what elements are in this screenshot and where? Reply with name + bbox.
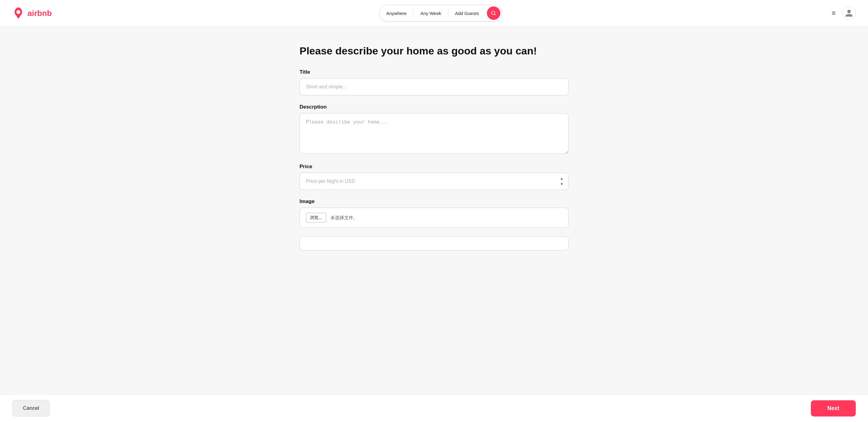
user-avatar-icon (845, 9, 853, 18)
title-group: Title (300, 69, 568, 95)
price-decrement-button[interactable]: ▼ (559, 182, 565, 186)
price-label: Price (300, 163, 568, 170)
cancel-button[interactable]: Cancel (12, 400, 50, 417)
main-content: Please describe your home as good as you… (287, 27, 581, 287)
logo-text: airbnb (28, 8, 52, 18)
description-label: Descrption (300, 104, 568, 110)
next-button[interactable]: Next (811, 400, 856, 417)
menu-button[interactable]: ≡ (829, 7, 838, 20)
description-group: Descrption (300, 104, 568, 155)
price-input-wrapper: ▲ ▼ (300, 173, 568, 190)
avatar-button[interactable] (842, 6, 856, 20)
page-heading: Please describe your home as good as you… (300, 45, 568, 57)
image-label: Image (300, 199, 568, 205)
file-name-text: 未选择文件。 (331, 215, 358, 221)
price-spinner: ▲ ▼ (559, 176, 565, 186)
search-submit-button[interactable] (487, 6, 500, 20)
header-right: ≡ (829, 6, 856, 20)
description-input[interactable] (300, 113, 568, 154)
search-add-guests-button[interactable]: Add Guests (448, 7, 486, 20)
file-input-wrapper: 浏览... 未选择文件。 (300, 208, 568, 228)
image-group: Image 浏览... 未选择文件。 (300, 199, 568, 228)
price-group: Price ▲ ▼ (300, 163, 568, 190)
file-browse-button[interactable]: 浏览... (306, 213, 326, 222)
title-label: Title (300, 69, 568, 75)
logo-area: airbnb (12, 7, 52, 19)
price-input[interactable] (300, 173, 568, 190)
title-input[interactable] (300, 78, 568, 95)
price-increment-button[interactable]: ▲ (559, 176, 565, 181)
header: airbnb Anywhere Any Week Add Guests ≡ (0, 0, 868, 27)
search-anywhere-button[interactable]: Anywhere (380, 7, 413, 20)
search-bar: Anywhere Any Week Add Guests (379, 5, 502, 22)
hamburger-icon: ≡ (832, 9, 836, 17)
airbnb-logo-icon (12, 7, 25, 19)
footer-bar: Cancel Next (0, 394, 868, 422)
search-any-week-button[interactable]: Any Week (413, 7, 448, 20)
search-icon (491, 10, 496, 16)
extra-field (300, 236, 568, 250)
